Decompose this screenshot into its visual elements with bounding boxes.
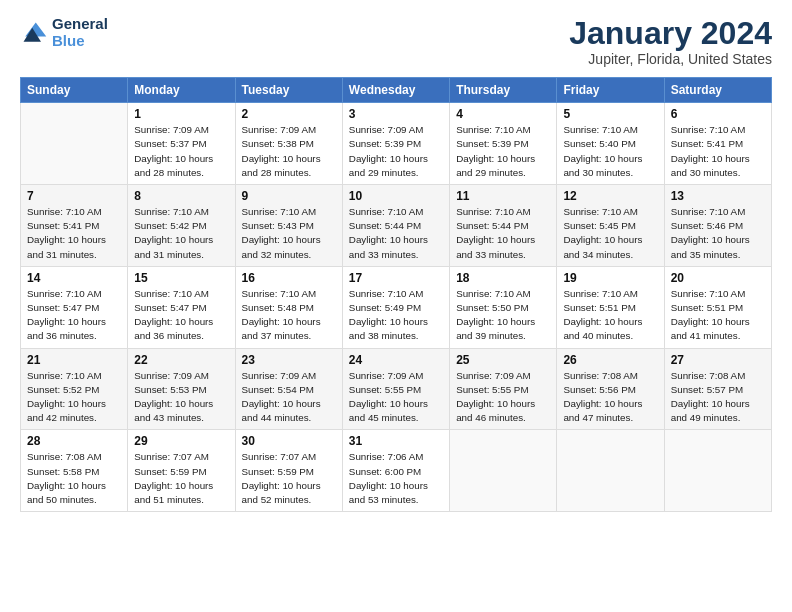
- calendar-title: January 2024: [569, 16, 772, 51]
- day-cell: 29Sunrise: 7:07 AMSunset: 5:59 PMDayligh…: [128, 430, 235, 512]
- day-number: 13: [671, 189, 765, 203]
- day-number: 2: [242, 107, 336, 121]
- day-number: 11: [456, 189, 550, 203]
- day-number: 19: [563, 271, 657, 285]
- header-cell-wednesday: Wednesday: [342, 78, 449, 103]
- day-number: 16: [242, 271, 336, 285]
- day-cell: 31Sunrise: 7:06 AMSunset: 6:00 PMDayligh…: [342, 430, 449, 512]
- day-detail: Sunrise: 7:10 AMSunset: 5:46 PMDaylight:…: [671, 205, 765, 262]
- day-number: 29: [134, 434, 228, 448]
- day-detail: Sunrise: 7:10 AMSunset: 5:49 PMDaylight:…: [349, 287, 443, 344]
- logo-text-general: General: [52, 16, 108, 33]
- header-cell-tuesday: Tuesday: [235, 78, 342, 103]
- day-cell: 2Sunrise: 7:09 AMSunset: 5:38 PMDaylight…: [235, 103, 342, 185]
- day-cell: 24Sunrise: 7:09 AMSunset: 5:55 PMDayligh…: [342, 348, 449, 430]
- day-cell: 30Sunrise: 7:07 AMSunset: 5:59 PMDayligh…: [235, 430, 342, 512]
- day-number: 8: [134, 189, 228, 203]
- day-detail: Sunrise: 7:07 AMSunset: 5:59 PMDaylight:…: [134, 450, 228, 507]
- day-cell: 26Sunrise: 7:08 AMSunset: 5:56 PMDayligh…: [557, 348, 664, 430]
- day-cell: 23Sunrise: 7:09 AMSunset: 5:54 PMDayligh…: [235, 348, 342, 430]
- day-cell: 28Sunrise: 7:08 AMSunset: 5:58 PMDayligh…: [21, 430, 128, 512]
- logo-text-blue: Blue: [52, 33, 108, 50]
- day-detail: Sunrise: 7:10 AMSunset: 5:51 PMDaylight:…: [671, 287, 765, 344]
- day-number: 7: [27, 189, 121, 203]
- day-number: 31: [349, 434, 443, 448]
- calendar-table: SundayMondayTuesdayWednesdayThursdayFrid…: [20, 77, 772, 512]
- day-detail: Sunrise: 7:10 AMSunset: 5:47 PMDaylight:…: [27, 287, 121, 344]
- day-number: 6: [671, 107, 765, 121]
- day-cell: 27Sunrise: 7:08 AMSunset: 5:57 PMDayligh…: [664, 348, 771, 430]
- day-cell: 7Sunrise: 7:10 AMSunset: 5:41 PMDaylight…: [21, 185, 128, 267]
- day-cell: 10Sunrise: 7:10 AMSunset: 5:44 PMDayligh…: [342, 185, 449, 267]
- day-detail: Sunrise: 7:09 AMSunset: 5:54 PMDaylight:…: [242, 369, 336, 426]
- day-cell: 5Sunrise: 7:10 AMSunset: 5:40 PMDaylight…: [557, 103, 664, 185]
- day-cell: 8Sunrise: 7:10 AMSunset: 5:42 PMDaylight…: [128, 185, 235, 267]
- day-detail: Sunrise: 7:09 AMSunset: 5:39 PMDaylight:…: [349, 123, 443, 180]
- day-detail: Sunrise: 7:10 AMSunset: 5:40 PMDaylight:…: [563, 123, 657, 180]
- day-cell: [450, 430, 557, 512]
- day-number: 17: [349, 271, 443, 285]
- header-cell-thursday: Thursday: [450, 78, 557, 103]
- day-detail: Sunrise: 7:09 AMSunset: 5:55 PMDaylight:…: [456, 369, 550, 426]
- day-cell: 25Sunrise: 7:09 AMSunset: 5:55 PMDayligh…: [450, 348, 557, 430]
- day-detail: Sunrise: 7:10 AMSunset: 5:48 PMDaylight:…: [242, 287, 336, 344]
- day-number: 18: [456, 271, 550, 285]
- day-detail: Sunrise: 7:08 AMSunset: 5:57 PMDaylight:…: [671, 369, 765, 426]
- day-detail: Sunrise: 7:09 AMSunset: 5:53 PMDaylight:…: [134, 369, 228, 426]
- day-detail: Sunrise: 7:10 AMSunset: 5:39 PMDaylight:…: [456, 123, 550, 180]
- day-cell: 16Sunrise: 7:10 AMSunset: 5:48 PMDayligh…: [235, 266, 342, 348]
- calendar-page: General Blue January 2024 Jupiter, Flori…: [0, 0, 792, 612]
- day-cell: [557, 430, 664, 512]
- day-detail: Sunrise: 7:08 AMSunset: 5:56 PMDaylight:…: [563, 369, 657, 426]
- day-detail: Sunrise: 7:10 AMSunset: 5:47 PMDaylight:…: [134, 287, 228, 344]
- header-cell-sunday: Sunday: [21, 78, 128, 103]
- day-cell: 18Sunrise: 7:10 AMSunset: 5:50 PMDayligh…: [450, 266, 557, 348]
- day-number: 20: [671, 271, 765, 285]
- day-number: 12: [563, 189, 657, 203]
- day-cell: 6Sunrise: 7:10 AMSunset: 5:41 PMDaylight…: [664, 103, 771, 185]
- day-number: 30: [242, 434, 336, 448]
- day-detail: Sunrise: 7:10 AMSunset: 5:44 PMDaylight:…: [349, 205, 443, 262]
- title-block: January 2024 Jupiter, Florida, United St…: [569, 16, 772, 67]
- day-number: 22: [134, 353, 228, 367]
- day-detail: Sunrise: 7:09 AMSunset: 5:37 PMDaylight:…: [134, 123, 228, 180]
- week-row-5: 28Sunrise: 7:08 AMSunset: 5:58 PMDayligh…: [21, 430, 772, 512]
- day-cell: [664, 430, 771, 512]
- day-cell: 19Sunrise: 7:10 AMSunset: 5:51 PMDayligh…: [557, 266, 664, 348]
- day-cell: 13Sunrise: 7:10 AMSunset: 5:46 PMDayligh…: [664, 185, 771, 267]
- day-number: 9: [242, 189, 336, 203]
- day-number: 26: [563, 353, 657, 367]
- day-number: 15: [134, 271, 228, 285]
- day-cell: 14Sunrise: 7:10 AMSunset: 5:47 PMDayligh…: [21, 266, 128, 348]
- day-number: 5: [563, 107, 657, 121]
- week-row-2: 7Sunrise: 7:10 AMSunset: 5:41 PMDaylight…: [21, 185, 772, 267]
- day-cell: 4Sunrise: 7:10 AMSunset: 5:39 PMDaylight…: [450, 103, 557, 185]
- day-detail: Sunrise: 7:09 AMSunset: 5:55 PMDaylight:…: [349, 369, 443, 426]
- header-cell-monday: Monday: [128, 78, 235, 103]
- day-number: 4: [456, 107, 550, 121]
- day-detail: Sunrise: 7:09 AMSunset: 5:38 PMDaylight:…: [242, 123, 336, 180]
- header: General Blue January 2024 Jupiter, Flori…: [20, 16, 772, 67]
- day-detail: Sunrise: 7:10 AMSunset: 5:50 PMDaylight:…: [456, 287, 550, 344]
- day-number: 24: [349, 353, 443, 367]
- logo-icon: [20, 19, 48, 47]
- header-row: SundayMondayTuesdayWednesdayThursdayFrid…: [21, 78, 772, 103]
- week-row-3: 14Sunrise: 7:10 AMSunset: 5:47 PMDayligh…: [21, 266, 772, 348]
- day-number: 1: [134, 107, 228, 121]
- day-number: 25: [456, 353, 550, 367]
- week-row-1: 1Sunrise: 7:09 AMSunset: 5:37 PMDaylight…: [21, 103, 772, 185]
- day-detail: Sunrise: 7:10 AMSunset: 5:44 PMDaylight:…: [456, 205, 550, 262]
- day-detail: Sunrise: 7:10 AMSunset: 5:42 PMDaylight:…: [134, 205, 228, 262]
- day-cell: [21, 103, 128, 185]
- day-number: 3: [349, 107, 443, 121]
- day-cell: 15Sunrise: 7:10 AMSunset: 5:47 PMDayligh…: [128, 266, 235, 348]
- day-number: 10: [349, 189, 443, 203]
- day-number: 14: [27, 271, 121, 285]
- day-cell: 17Sunrise: 7:10 AMSunset: 5:49 PMDayligh…: [342, 266, 449, 348]
- day-detail: Sunrise: 7:08 AMSunset: 5:58 PMDaylight:…: [27, 450, 121, 507]
- day-cell: 3Sunrise: 7:09 AMSunset: 5:39 PMDaylight…: [342, 103, 449, 185]
- day-cell: 11Sunrise: 7:10 AMSunset: 5:44 PMDayligh…: [450, 185, 557, 267]
- day-detail: Sunrise: 7:10 AMSunset: 5:52 PMDaylight:…: [27, 369, 121, 426]
- header-cell-saturday: Saturday: [664, 78, 771, 103]
- day-detail: Sunrise: 7:10 AMSunset: 5:45 PMDaylight:…: [563, 205, 657, 262]
